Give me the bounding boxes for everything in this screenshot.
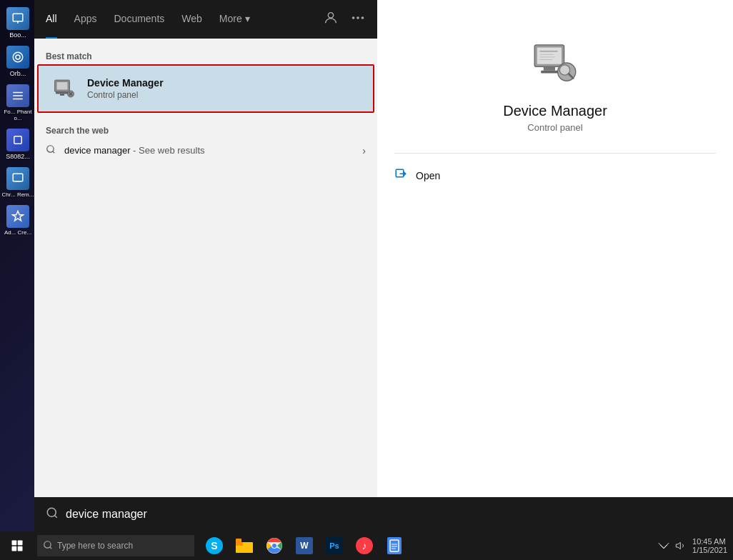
search-results: Best match <box>34 39 377 294</box>
svg-rect-20 <box>537 47 562 64</box>
search-right-panel: Device Manager Control panel Open <box>377 0 733 531</box>
svg-rect-36 <box>18 546 23 551</box>
svg-rect-34 <box>18 541 23 546</box>
network-icon <box>658 540 669 551</box>
svg-point-9 <box>361 16 364 19</box>
taskbar-right: 10:45 AM1/15/2021 <box>658 537 733 554</box>
taskbar-skype[interactable]: S <box>200 531 229 560</box>
svg-point-31 <box>47 508 56 516</box>
desktop-icon-1[interactable]: Boo... <box>1 7 35 39</box>
search-nav: All Apps Documents Web More ▾ <box>34 0 377 39</box>
desktop-icon-1-label: Boo... <box>9 31 26 39</box>
svg-rect-33 <box>12 541 17 546</box>
svg-line-18 <box>53 151 55 154</box>
start-button[interactable] <box>0 531 34 560</box>
svg-line-32 <box>54 515 56 517</box>
svg-rect-22 <box>541 71 557 74</box>
svg-rect-12 <box>56 92 69 94</box>
search-left-panel: All Apps Documents Web More ▾ <box>34 0 377 531</box>
desktop-icon-6-label: Ad... Cre... <box>4 229 31 236</box>
desktop-icon-6[interactable]: Ad... Cre... <box>1 205 35 236</box>
search-nav-right <box>323 10 366 29</box>
desktop-icon-5-label: Chr... Rem... <box>2 191 34 198</box>
best-match-title: Device Manager <box>87 77 361 89</box>
search-bar <box>34 497 733 531</box>
svg-rect-11 <box>57 82 68 90</box>
svg-point-2 <box>13 52 23 62</box>
web-search-result[interactable]: device manager - See web results › <box>34 139 377 162</box>
best-match-subtitle: Control panel <box>87 90 361 100</box>
web-search-label: Search the web <box>34 121 377 139</box>
search-icon <box>46 144 57 156</box>
taskbar-apps: S <box>200 531 409 560</box>
taskbar-search-text: Type here to search <box>57 541 133 551</box>
taskbar-chrome[interactable] <box>260 531 289 560</box>
taskbar-itunes[interactable]: ♪ <box>350 531 379 560</box>
taskbar-word[interactable]: W <box>290 531 319 560</box>
svg-point-17 <box>47 146 54 152</box>
svg-point-37 <box>44 541 51 547</box>
taskbar-search[interactable]: Type here to search <box>37 535 194 556</box>
best-match-text: Device Manager Control panel <box>87 77 361 100</box>
result-detail: Device Manager Control panel <box>394 17 716 147</box>
searchbar-search-icon <box>46 506 59 522</box>
search-overlay: All Apps Documents Web More ▾ <box>34 0 733 531</box>
svg-marker-49 <box>676 542 680 549</box>
svg-rect-45 <box>390 540 399 551</box>
desktop-icon-4-label: S8082... <box>6 153 30 160</box>
svg-rect-41 <box>236 539 241 543</box>
action-open-label: Open <box>416 170 440 181</box>
action-open[interactable]: Open <box>394 159 716 192</box>
device-manager-icon-large <box>527 34 584 91</box>
desktop: Boo... Orb... Fo... Phanto... S8082... C… <box>0 0 733 560</box>
taskbar: Type here to search S <box>0 531 733 560</box>
svg-point-8 <box>356 16 359 19</box>
desktop-icon-3[interactable]: Fo... Phanto... <box>1 84 35 121</box>
svg-rect-0 <box>13 14 23 21</box>
result-detail-subtitle: Control panel <box>527 122 582 133</box>
svg-rect-35 <box>12 546 17 551</box>
taskbar-photoshop[interactable]: Ps <box>320 531 349 560</box>
clock: 10:45 AM1/15/2021 <box>692 537 727 554</box>
svg-line-38 <box>50 546 52 549</box>
best-match-item[interactable]: Device Manager Control panel <box>37 64 374 113</box>
best-match-label: Best match <box>34 47 377 64</box>
actions-divider <box>394 153 716 154</box>
user-icon[interactable] <box>323 10 339 29</box>
desktop-icon-4[interactable]: S8082... <box>1 129 35 160</box>
tab-more[interactable]: More ▾ <box>219 0 250 39</box>
svg-rect-4 <box>14 136 22 144</box>
tab-documents[interactable]: Documents <box>114 0 164 39</box>
web-search-text: device manager - See web results <box>64 145 205 156</box>
svg-point-6 <box>328 12 333 17</box>
svg-point-44 <box>272 544 276 548</box>
desktop-icon-2[interactable]: Orb... <box>1 46 35 77</box>
more-options-icon[interactable] <box>350 10 366 29</box>
open-external-icon <box>394 168 407 184</box>
device-manager-icon-small <box>50 74 79 103</box>
search-input[interactable] <box>66 508 722 521</box>
desktop-icons-container: Boo... Orb... Fo... Phanto... S8082... C… <box>0 0 36 531</box>
desktop-icon-5[interactable]: Chr... Rem... <box>1 167 35 198</box>
desktop-icon-3-label: Fo... Phanto... <box>1 109 35 121</box>
result-detail-title: Device Manager <box>503 103 607 119</box>
svg-rect-5 <box>13 174 23 181</box>
tab-web[interactable]: Web <box>181 0 202 39</box>
svg-rect-13 <box>60 94 64 96</box>
taskbar-docs[interactable] <box>380 531 409 560</box>
search-empty-space <box>34 294 377 531</box>
tab-apps[interactable]: Apps <box>74 0 97 39</box>
svg-rect-21 <box>544 66 555 70</box>
tab-all[interactable]: All <box>46 0 57 39</box>
desktop-icon-2-label: Orb... <box>10 70 26 77</box>
web-search-arrow-icon: › <box>362 145 366 156</box>
taskbar-search-icon <box>43 540 53 552</box>
taskbar-explorer[interactable] <box>230 531 259 560</box>
volume-icon <box>675 540 687 551</box>
svg-point-3 <box>16 55 20 59</box>
svg-point-7 <box>352 16 355 19</box>
